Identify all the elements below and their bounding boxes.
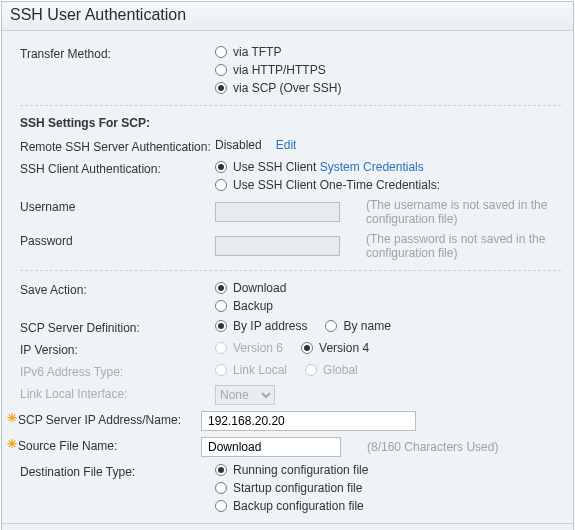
username-input [215,202,340,222]
radio-running-config[interactable]: Running configuration file [215,463,561,477]
button-bar: Apply Cancel [2,523,573,530]
radio-label: Backup configuration file [233,499,364,513]
row-transfer-method: Transfer Method: via TFTP via HTTP/HTTPS… [20,45,561,95]
radio-label: via HTTP/HTTPS [233,63,326,77]
transfer-method-options: via TFTP via HTTP/HTTPS via SCP (Over SS… [215,45,561,95]
radio-icon [305,364,317,376]
server-addr-field [201,411,561,431]
radio-by-name[interactable]: By name [325,319,390,333]
radio-label: By IP address [233,319,307,333]
radio-label: Use SSH Client System Credentials [233,160,424,174]
radio-backup[interactable]: Backup [215,299,561,313]
link-local-if-field: None [215,385,561,405]
row-ipv6-type: IPv6 Address Type: Link Local Global [20,363,561,379]
radio-label: Backup [233,299,273,313]
source-file-field: (8/160 Characters Used) [201,437,561,457]
separator [20,105,561,106]
source-file-hint: (8/160 Characters Used) [367,440,498,454]
radio-via-http[interactable]: via HTTP/HTTPS [215,63,561,77]
ip-version-options: Version 6 Version 4 [215,341,561,355]
radio-icon [215,342,227,354]
radio-label: Use SSH Client One-Time Credentials: [233,178,440,192]
row-dest-file: Destination File Type: Running configura… [20,463,561,513]
row-password: Password (The password is not saved in t… [20,232,561,260]
row-client-auth: SSH Client Authentication: Use SSH Clien… [20,160,561,192]
ssh-auth-panel: SSH User Authentication Transfer Method:… [1,1,574,530]
radio-label: By name [343,319,390,333]
ipv6-type-label: IPv6 Address Type: [20,363,215,379]
row-username: Username (The username is not saved in t… [20,198,561,226]
radio-icon [215,464,227,476]
username-label: Username [20,198,215,214]
radio-label: Version 6 [233,341,283,355]
ip-version-label: IP Version: [20,341,215,357]
row-server-def: SCP Server Definition: By IP address By … [20,319,561,335]
radio-icon [215,482,227,494]
row-remote-auth: Remote SSH Server Authentication: Disabl… [20,138,561,154]
password-label: Password [20,232,215,248]
required-icon: ✳ [6,411,18,425]
radio-version-4[interactable]: Version 4 [301,341,369,355]
row-link-local-if: Link Local Interface: None [20,385,561,405]
separator [20,270,561,271]
row-save-action: Save Action: Download Backup [20,281,561,313]
remote-auth-value: Disabled [215,138,262,152]
client-auth-label: SSH Client Authentication: [20,160,215,176]
server-def-label: SCP Server Definition: [20,319,215,335]
radio-onetime-credentials[interactable]: Use SSH Client One-Time Credentials: [215,178,561,192]
radio-icon [215,64,227,76]
radio-download[interactable]: Download [215,281,561,295]
required-icon: ✳ [6,437,18,451]
row-source-file: ✳ Source File Name: (8/160 Characters Us… [6,437,561,457]
ipv6-type-options: Link Local Global [215,363,561,377]
radio-icon [215,282,227,294]
link-local-if-select: None [215,385,275,405]
remote-auth-value-group: Disabled Edit [215,138,561,152]
save-action-options: Download Backup [215,281,561,313]
radio-icon [215,300,227,312]
remote-auth-edit-link[interactable]: Edit [276,138,297,152]
radio-icon [215,500,227,512]
scp-section-title: SSH Settings For SCP: [20,116,561,130]
transfer-method-label: Transfer Method: [20,45,215,61]
radio-backup-config[interactable]: Backup configuration file [215,499,561,513]
panel-content: Transfer Method: via TFTP via HTTP/HTTPS… [2,31,573,513]
radio-label: Version 4 [319,341,369,355]
radio-icon [215,161,227,173]
radio-icon [215,46,227,58]
radio-icon [215,82,227,94]
system-credentials-link[interactable]: System Credentials [320,160,424,174]
server-addr-label: SCP Server IP Address/Name: [18,411,201,427]
radio-version-6: Version 6 [215,341,283,355]
sys-prefix: Use SSH Client [233,160,320,174]
radio-icon [215,320,227,332]
password-input [215,236,340,256]
server-def-options: By IP address By name [215,319,561,333]
radio-global: Global [305,363,358,377]
source-file-input[interactable] [201,437,341,457]
radio-icon [301,342,313,354]
radio-label: Link Local [233,363,287,377]
row-ip-version: IP Version: Version 6 Version 4 [20,341,561,357]
link-local-if-label: Link Local Interface: [20,385,215,401]
server-addr-input[interactable] [201,411,416,431]
radio-via-tftp[interactable]: via TFTP [215,45,561,59]
radio-by-ip[interactable]: By IP address [215,319,307,333]
radio-label: Running configuration file [233,463,368,477]
radio-label: Startup configuration file [233,481,362,495]
radio-label: via SCP (Over SSH) [233,81,341,95]
panel-title: SSH User Authentication [2,2,573,31]
row-server-addr: ✳ SCP Server IP Address/Name: [6,411,561,431]
save-action-label: Save Action: [20,281,215,297]
username-field-group: (The username is not saved in the config… [215,198,561,226]
radio-startup-config[interactable]: Startup configuration file [215,481,561,495]
dest-file-options: Running configuration file Startup confi… [215,463,561,513]
radio-sys-credentials[interactable]: Use SSH Client System Credentials [215,160,561,174]
remote-auth-label: Remote SSH Server Authentication: [20,138,215,154]
radio-via-scp[interactable]: via SCP (Over SSH) [215,81,561,95]
password-hint: (The password is not saved in the config… [366,232,561,260]
radio-label: Download [233,281,286,295]
radio-label: via TFTP [233,45,281,59]
client-auth-options: Use SSH Client System Credentials Use SS… [215,160,561,192]
username-hint: (The username is not saved in the config… [366,198,561,226]
